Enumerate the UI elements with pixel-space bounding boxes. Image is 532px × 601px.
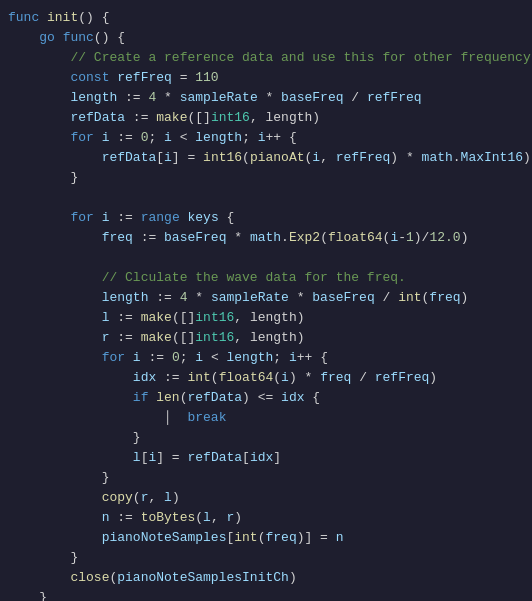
code-line: refData[i] = int16(pianoAt(i, refFreq) *… — [0, 148, 532, 168]
code-content: length := 4 * sampleRate * baseFreq / in… — [8, 288, 468, 308]
code-content: n := toBytes(l, r) — [8, 508, 242, 528]
code-line: // Create a reference data and use this … — [0, 48, 532, 68]
code-content: r := make([]int16, length) — [8, 328, 305, 348]
code-content: if len(refData) <= idx { — [8, 388, 320, 408]
code-line: length := 4 * sampleRate * baseFreq / in… — [0, 288, 532, 308]
code-line — [0, 248, 532, 268]
code-content: const refFreq = 110 — [8, 68, 219, 88]
code-content: refData[i] = int16(pianoAt(i, refFreq) *… — [8, 148, 531, 168]
code-content: refData := make([]int16, length) — [8, 108, 320, 128]
code-line: idx := int(float64(i) * freq / refFreq) — [0, 368, 532, 388]
code-line — [0, 188, 532, 208]
code-content: l[i] = refData[idx] — [8, 448, 281, 468]
code-line: for i := range keys { — [0, 208, 532, 228]
code-content: │ break — [8, 408, 226, 428]
code-line: for i := 0; i < length; i++ { — [0, 128, 532, 148]
code-line: func init() { — [0, 8, 532, 28]
code-line: // Clculate the wave data for the freq. — [0, 268, 532, 288]
code-content: for i := 0; i < length; i++ { — [8, 348, 328, 368]
code-line: length := 4 * sampleRate * baseFreq / re… — [0, 88, 532, 108]
code-line: const refFreq = 110 — [0, 68, 532, 88]
code-content: // Create a reference data and use this … — [8, 48, 532, 68]
code-content: length := 4 * sampleRate * baseFreq / re… — [8, 88, 422, 108]
code-content: func init() { — [8, 8, 109, 28]
code-line: } — [0, 168, 532, 188]
code-content: close(pianoNoteSamplesInitCh) — [8, 568, 297, 588]
code-content: } — [8, 548, 78, 568]
code-content: idx := int(float64(i) * freq / refFreq) — [8, 368, 437, 388]
code-content: copy(r, l) — [8, 488, 180, 508]
code-content: } — [8, 468, 109, 488]
code-content: l := make([]int16, length) — [8, 308, 305, 328]
code-line: go func() { — [0, 28, 532, 48]
code-content: for i := 0; i < length; i++ { — [8, 128, 297, 148]
code-line: if len(refData) <= idx { — [0, 388, 532, 408]
code-content: pianoNoteSamples[int(freq)] = n — [8, 528, 344, 548]
code-line: │ break — [0, 408, 532, 428]
code-content: } — [8, 428, 141, 448]
code-content: } — [8, 588, 47, 601]
code-content: freq := baseFreq * math.Exp2(float64(i-1… — [8, 228, 468, 248]
code-line: } — [0, 588, 532, 601]
code-content: // Clculate the wave data for the freq. — [8, 268, 406, 288]
code-line: pianoNoteSamples[int(freq)] = n — [0, 528, 532, 548]
code-content: for i := range keys { — [8, 208, 234, 228]
code-content: go func() { — [8, 28, 125, 48]
code-line: refData := make([]int16, length) — [0, 108, 532, 128]
code-content: } — [8, 168, 78, 188]
code-line: freq := baseFreq * math.Exp2(float64(i-1… — [0, 228, 532, 248]
code-line: n := toBytes(l, r) — [0, 508, 532, 528]
code-line: for i := 0; i < length; i++ { — [0, 348, 532, 368]
code-line: } — [0, 428, 532, 448]
code-line: copy(r, l) — [0, 488, 532, 508]
code-line: close(pianoNoteSamplesInitCh) — [0, 568, 532, 588]
code-line: l := make([]int16, length) — [0, 308, 532, 328]
code-line: r := make([]int16, length) — [0, 328, 532, 348]
code-line: } — [0, 468, 532, 488]
code-line: } — [0, 548, 532, 568]
code-editor: func init() { go func() { // Create a re… — [0, 0, 532, 601]
code-line: l[i] = refData[idx] — [0, 448, 532, 468]
